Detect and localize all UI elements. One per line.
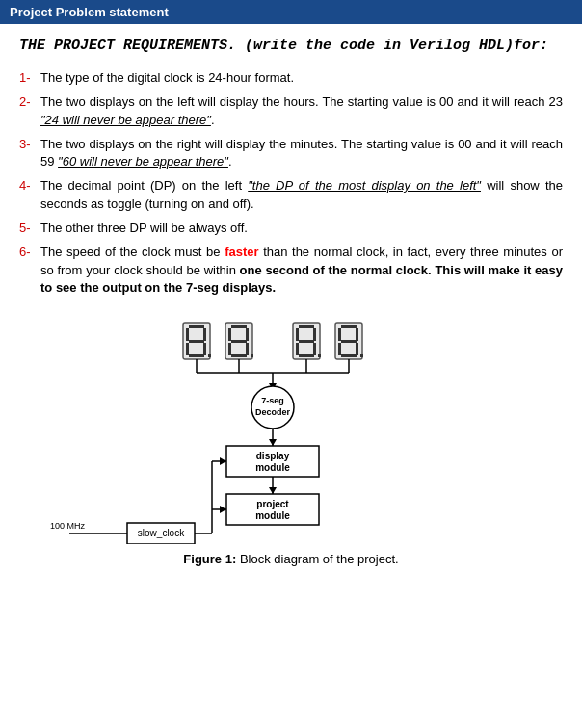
figure-label: Figure 1:	[183, 552, 236, 566]
svg-rect-8	[208, 354, 211, 357]
svg-rect-34	[341, 354, 357, 357]
svg-rect-17	[251, 354, 253, 357]
req-num-5: 5-	[19, 220, 40, 238]
list-item: 4- The decimal point (DP) on the left "t…	[19, 177, 563, 214]
req-num-4: 4-	[19, 177, 40, 214]
svg-rect-32	[338, 343, 341, 355]
diagram-container: 7-seg Decoder display module project mod…	[19, 313, 563, 544]
seg-display-3	[293, 323, 321, 359]
svg-text:module: module	[255, 462, 290, 473]
svg-rect-33	[356, 343, 358, 355]
svg-text:Decoder: Decoder	[255, 407, 291, 417]
list-item: 2- The two displays on the left will dis…	[19, 93, 563, 130]
req-text-1: The type of the digital clock is 24-hour…	[40, 69, 563, 88]
svg-marker-56	[220, 506, 226, 513]
list-item: 6- The speed of the clock must be faster…	[19, 244, 563, 299]
svg-rect-24	[313, 343, 316, 355]
svg-rect-2	[186, 328, 189, 341]
svg-rect-10	[231, 325, 247, 328]
svg-text:display: display	[256, 451, 290, 461]
svg-text:100 MHz: 100 MHz	[50, 521, 86, 531]
quote-4: "the DP of the most display on the left"	[248, 178, 481, 193]
svg-rect-7	[189, 354, 204, 357]
req-text-6: The speed of the clock must be faster th…	[40, 244, 563, 299]
quote-3: "60 will never be appear there"	[58, 154, 228, 169]
req-num-1: 1-	[19, 69, 40, 88]
seg-display-1	[183, 323, 211, 359]
figure-text: Block diagram of the project.	[240, 552, 399, 566]
list-item: 1- The type of the digital clock is 24-h…	[19, 69, 563, 88]
svg-text:project: project	[256, 499, 289, 509]
req-text-2: The two displays on the left will displa…	[40, 93, 563, 130]
svg-rect-19	[299, 325, 314, 328]
seg-display-4	[335, 323, 363, 359]
svg-rect-25	[299, 354, 314, 357]
req-num-2: 2-	[19, 93, 40, 130]
quote-2: "24 will never be appear there"	[40, 113, 211, 127]
svg-rect-20	[296, 328, 299, 341]
faster-word: faster	[225, 245, 258, 259]
svg-rect-22	[299, 340, 314, 343]
svg-rect-30	[356, 328, 358, 341]
svg-rect-12	[246, 328, 249, 341]
svg-rect-15	[246, 343, 249, 355]
svg-rect-4	[189, 340, 204, 343]
svg-marker-50	[220, 457, 226, 465]
svg-rect-23	[296, 343, 299, 355]
svg-marker-46	[269, 439, 277, 446]
header-bar: Project Problem statement	[0, 0, 582, 24]
svg-rect-13	[231, 340, 247, 343]
bold-ending: one second of the normal clock. This wil…	[40, 263, 563, 296]
req-text-3: The two displays on the right will displ…	[40, 136, 563, 172]
svg-rect-5	[186, 343, 189, 355]
svg-rect-1	[189, 325, 204, 328]
seg-display-2	[225, 323, 253, 359]
svg-rect-21	[313, 328, 316, 341]
svg-text:7-seg: 7-seg	[261, 396, 284, 405]
figure-caption: Figure 1: Block diagram of the project.	[19, 552, 563, 566]
svg-text:slow_clock: slow_clock	[138, 528, 185, 538]
svg-rect-11	[228, 328, 231, 341]
svg-rect-29	[338, 328, 341, 341]
svg-rect-16	[231, 354, 247, 357]
req-text-4: The decimal point (DP) on the left "the …	[40, 177, 563, 214]
svg-rect-26	[318, 354, 321, 357]
svg-rect-14	[228, 343, 231, 355]
main-title: THE PROJECT REQUIREMENTS. (write the cod…	[19, 36, 563, 56]
svg-rect-3	[203, 328, 206, 341]
diagram-svg: 7-seg Decoder display module project mod…	[40, 313, 542, 544]
req-num-6: 6-	[19, 244, 40, 299]
svg-text:module: module	[255, 510, 290, 521]
svg-rect-6	[203, 343, 206, 355]
header-title: Project Problem statement	[10, 5, 169, 19]
svg-rect-28	[341, 325, 357, 328]
requirements-list: 1- The type of the digital clock is 24-h…	[19, 69, 563, 298]
svg-rect-31	[341, 340, 357, 343]
req-text-5: The other three DP will be always off.	[40, 220, 563, 238]
svg-marker-52	[269, 487, 277, 494]
list-item: 3- The two displays on the right will di…	[19, 136, 563, 172]
req-num-3: 3-	[19, 136, 40, 172]
list-item: 5- The other three DP will be always off…	[19, 220, 563, 238]
svg-rect-35	[360, 354, 363, 357]
